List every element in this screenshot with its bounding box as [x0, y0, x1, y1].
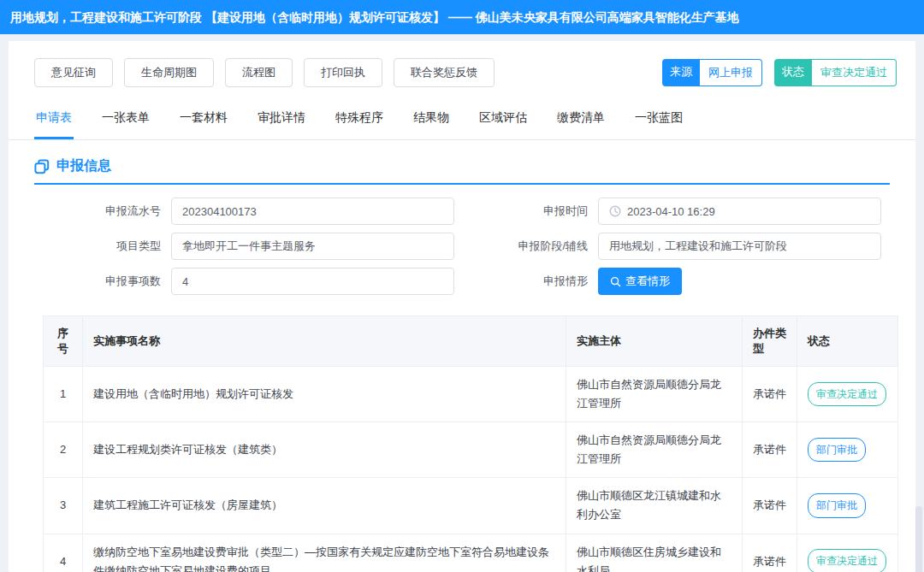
row-index-cell: 4	[44, 534, 83, 572]
handle-type-cell: 承诺件	[743, 478, 797, 534]
source-badge: 来源 网上申报	[662, 59, 762, 86]
declare-time-value: 2023-04-10 16:29	[627, 205, 715, 218]
row-index-cell: 3	[44, 478, 83, 534]
table-row: 3建筑工程施工许可证核发（房屋建筑）佛山市顺德区龙江镇城建和水利办公室承诺件部门…	[44, 478, 898, 534]
view-situation-button-label: 查看情形	[625, 274, 670, 289]
table-header-cell: 办件类型	[743, 316, 797, 367]
item-name-cell: 建设用地（含临时用地）规划许可证核发	[83, 367, 566, 422]
source-badge-value: 网上申报	[700, 59, 762, 86]
tab-item[interactable]: 特殊程序	[334, 99, 385, 139]
source-badge-label: 来源	[662, 59, 700, 86]
item-name-cell: 建设工程规划类许可证核发（建筑类）	[83, 422, 566, 478]
page-title: 用地规划，工程建设和施工许可阶段 【建设用地（含临时用地）规划许可证核发】 ——…	[0, 0, 924, 34]
status-pill[interactable]: 审查决定通过	[808, 549, 886, 572]
project-type-field-label: 项目类型	[43, 233, 171, 260]
situation-field: 申报情形 查看情形	[470, 268, 881, 295]
table-row: 4缴纳防空地下室易地建设费审批（类型二）—按国家有关规定应建防空地下室符合易地建…	[44, 534, 898, 572]
status-badge-value: 审查决定通过	[812, 59, 897, 86]
serial-field-label: 申报流水号	[43, 198, 171, 225]
handle-type-cell: 承诺件	[743, 534, 797, 572]
item-name-cell: 建筑工程施工许可证核发（房屋建筑）	[83, 478, 566, 534]
search-icon	[610, 276, 621, 287]
copy-document-icon	[34, 159, 50, 174]
toolbar-button[interactable]: 意见征询	[34, 58, 113, 87]
table-row: 2建设工程规划类许可证核发（建筑类）佛山市自然资源局顺德分局龙江管理所承诺件部门…	[44, 422, 898, 478]
status-cell: 部门审批	[797, 422, 898, 478]
status-badge-label: 状态	[774, 59, 812, 86]
table-header-cell: 实施主体	[566, 316, 743, 367]
vertical-scrollbar-thumb[interactable]	[915, 506, 922, 572]
item-name-cell: 缴纳防空地下室易地建设费审批（类型二）—按国家有关规定应建防空地下室符合易地建设…	[83, 534, 566, 572]
tab-bar: 申请表一张表单一套材料审批详情特殊程序结果物区域评估缴费清单一张蓝图	[9, 99, 915, 140]
row-index-cell: 2	[44, 422, 83, 478]
declare-section-title-text: 申报信息	[56, 157, 111, 175]
implementing-org-cell: 佛山市顺德区住房城乡建设和水利局	[566, 534, 743, 572]
tab-active[interactable]: 申请表	[34, 99, 74, 139]
tab-item[interactable]: 区域评估	[477, 99, 529, 139]
main-card: 意见征询生命周期图流程图打印回执联合奖惩反馈 来源 网上申报 状态 审查决定通过…	[9, 41, 915, 572]
declare-time-field-input[interactable]: 2023-04-10 16:29	[598, 198, 881, 225]
toolbar-buttons: 意见征询生命周期图流程图打印回执联合奖惩反馈	[34, 58, 506, 87]
status-cell: 部门审批	[797, 478, 898, 534]
item-count-field-label: 申报事项数	[43, 268, 171, 295]
implementing-org-cell: 佛山市自然资源局顺德分局龙江管理所	[566, 422, 743, 478]
view-situation-button[interactable]: 查看情形	[598, 268, 682, 295]
tab-item[interactable]: 一套材料	[178, 99, 229, 139]
status-pill[interactable]: 部门审批	[808, 493, 866, 517]
tab-item[interactable]: 审批详情	[256, 99, 307, 139]
declare-form: 申报流水号 申报时间 2023-04-10 16:29 项目类型 申报阶段/辅线…	[9, 198, 915, 295]
stage-field: 申报阶段/辅线	[470, 233, 881, 260]
status-cell: 审查决定通过	[797, 367, 898, 422]
table-header-cell: 序号	[44, 316, 83, 367]
status-cell: 审查决定通过	[797, 534, 898, 572]
situation-field-label: 申报情形	[470, 268, 598, 295]
toolbar-button[interactable]: 打印回执	[304, 58, 382, 87]
item-count-field: 申报事项数	[43, 268, 454, 295]
table-header-cell: 状态	[797, 316, 898, 367]
declare-section-title: 申报信息	[34, 157, 890, 185]
clock-icon	[609, 205, 621, 217]
tab-item[interactable]: 缴费清单	[555, 99, 607, 139]
toolbar-button[interactable]: 流程图	[225, 58, 293, 87]
tab-item[interactable]: 一张蓝图	[633, 99, 684, 139]
declare-time-field: 申报时间 2023-04-10 16:29	[470, 198, 881, 225]
toolbar: 意见征询生命周期图流程图打印回执联合奖惩反馈 来源 网上申报 状态 审查决定通过	[9, 41, 915, 87]
implementing-org-cell: 佛山市自然资源局顺德分局龙江管理所	[566, 367, 743, 422]
table-row: 1建设用地（含临时用地）规划许可证核发佛山市自然资源局顺德分局龙江管理所承诺件审…	[44, 367, 898, 422]
status-pill[interactable]: 审查决定通过	[808, 382, 886, 406]
status-pill[interactable]: 部门审批	[808, 438, 866, 462]
tab-item[interactable]: 一张表单	[100, 99, 151, 139]
declare-time-field-label: 申报时间	[470, 198, 598, 225]
row-index-cell: 1	[44, 367, 83, 422]
status-badge: 状态 审查决定通过	[774, 59, 897, 86]
items-table-body: 1建设用地（含临时用地）规划许可证核发佛山市自然资源局顺德分局龙江管理所承诺件审…	[44, 367, 898, 572]
project-type-field-input[interactable]	[171, 233, 454, 260]
handle-type-cell: 承诺件	[743, 367, 797, 422]
handle-type-cell: 承诺件	[743, 422, 797, 478]
item-count-field-input[interactable]	[171, 268, 454, 295]
stage-field-input[interactable]	[598, 233, 881, 260]
implementing-org-cell: 佛山市顺德区龙江镇城建和水利办公室	[566, 478, 743, 534]
stage-field-label: 申报阶段/辅线	[470, 233, 598, 260]
toolbar-button[interactable]: 联合奖惩反馈	[394, 58, 495, 87]
items-table-header-row: 序号实施事项名称实施主体办件类型状态	[44, 316, 898, 367]
toolbar-button[interactable]: 生命周期图	[124, 58, 214, 87]
items-table: 序号实施事项名称实施主体办件类型状态 1建设用地（含临时用地）规划许可证核发佛山…	[43, 315, 898, 572]
serial-field-input[interactable]	[171, 198, 454, 225]
project-type-field: 项目类型	[43, 233, 454, 260]
table-header-cell: 实施事项名称	[83, 316, 566, 367]
serial-field: 申报流水号	[43, 198, 454, 225]
tab-item[interactable]: 结果物	[412, 99, 451, 139]
